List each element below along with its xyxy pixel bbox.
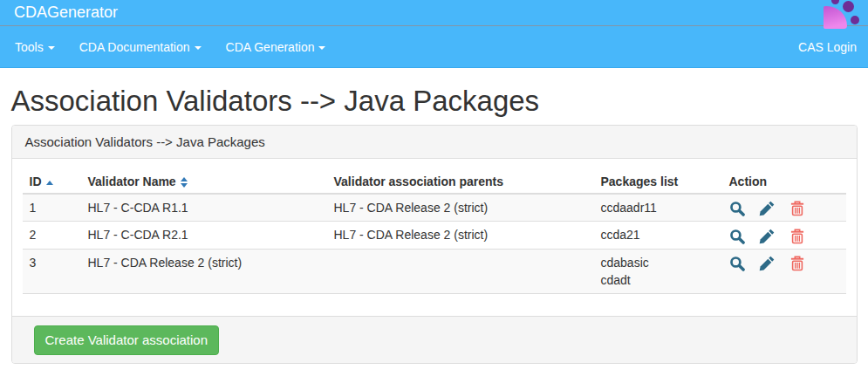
trash-icon xyxy=(789,229,805,244)
pencil-icon xyxy=(759,229,775,244)
nav-item-tools[interactable]: Tools xyxy=(3,26,67,68)
cell-association-parents: HL7 - CDA Release 2 (strict) xyxy=(327,194,594,222)
column-header-action: Action xyxy=(722,170,846,194)
column-label: Validator association parents xyxy=(334,174,504,188)
package-name: cdadt xyxy=(601,271,715,289)
nav-menu: Tools CDA Documentation CDA Generation xyxy=(0,26,868,68)
app-logo xyxy=(824,0,863,26)
pencil-icon xyxy=(759,201,775,216)
nav-item-cda-generation[interactable]: CDA Generation xyxy=(214,26,338,68)
chevron-down-icon xyxy=(195,46,202,50)
cell-association-parents: HL7 - CDA Release 2 (strict) xyxy=(327,222,594,249)
nav-item-cda-documentation[interactable]: CDA Documentation xyxy=(67,26,214,68)
cell-actions xyxy=(722,194,846,222)
panel-footer: Create Validator association xyxy=(12,316,857,363)
package-name: cdabasic xyxy=(601,254,715,271)
package-name: ccda21 xyxy=(601,226,715,243)
column-header-packages-list[interactable]: Packages list xyxy=(594,170,722,194)
table-header-row: ID Validator Name Validator association … xyxy=(23,170,846,194)
cell-validator-name: HL7 - C-CDA R1.1 xyxy=(81,194,327,222)
cell-packages-list: ccda21 xyxy=(594,222,722,249)
delete-action-button[interactable] xyxy=(789,256,805,271)
view-action-button[interactable] xyxy=(729,201,745,216)
cell-association-parents xyxy=(327,249,594,293)
top-navbar: CDAGenerator xyxy=(0,0,868,26)
package-name: ccdaadr11 xyxy=(601,199,715,216)
chevron-down-icon xyxy=(318,46,325,50)
table-header: ID Validator Name Validator association … xyxy=(23,170,846,194)
search-icon xyxy=(729,229,745,244)
search-icon xyxy=(729,201,745,216)
cas-login-link[interactable]: CAS Login xyxy=(787,26,868,68)
delete-action-button[interactable] xyxy=(789,229,805,244)
page-title: Association Validators --> Java Packages xyxy=(11,86,858,117)
chevron-down-icon xyxy=(48,46,55,50)
cell-packages-list: ccdaadr11 xyxy=(594,194,722,222)
cell-id: 1 xyxy=(23,194,81,222)
column-header-id[interactable]: ID xyxy=(23,170,81,194)
column-header-validator-name[interactable]: Validator Name xyxy=(81,170,327,194)
main-content: Association Validators --> Java Packages… xyxy=(11,86,858,364)
panel-heading: Association Validators --> Java Packages xyxy=(12,126,857,159)
nav-item-label: CDA Documentation xyxy=(79,40,190,54)
trash-icon xyxy=(789,201,805,216)
edit-action-button[interactable] xyxy=(759,229,775,244)
cell-actions xyxy=(722,222,846,249)
sort-asc-icon xyxy=(46,181,53,185)
nav-item-label: Tools xyxy=(15,40,44,54)
delete-action-button[interactable] xyxy=(789,201,805,216)
table-row: 1 HL7 - C-CDA R1.1 HL7 - CDA Release 2 (… xyxy=(23,194,846,222)
app-brand[interactable]: CDAGenerator xyxy=(0,0,118,25)
table-row: 2 HL7 - C-CDA R2.1 HL7 - CDA Release 2 (… xyxy=(23,222,846,249)
sort-both-icon xyxy=(181,177,188,188)
column-label: Validator Name xyxy=(88,174,176,188)
cell-validator-name: HL7 - CDA Release 2 (strict) xyxy=(81,249,327,293)
cell-actions xyxy=(722,249,846,293)
search-icon xyxy=(729,256,745,271)
cell-validator-name: HL7 - C-CDA R2.1 xyxy=(81,222,327,249)
trash-icon xyxy=(789,256,805,271)
edit-action-button[interactable] xyxy=(759,256,775,271)
column-header-association-parents[interactable]: Validator association parents xyxy=(327,170,594,194)
validators-table: ID Validator Name Validator association … xyxy=(23,170,846,294)
create-validator-association-button[interactable]: Create Validator association xyxy=(34,325,220,355)
column-label: ID xyxy=(30,174,42,188)
view-action-button[interactable] xyxy=(729,256,745,271)
logo-dot xyxy=(831,0,839,4)
column-label: Action xyxy=(729,174,768,188)
panel-body: ID Validator Name Validator association … xyxy=(12,159,857,294)
table-row: 3 HL7 - CDA Release 2 (strict) cdabasicc… xyxy=(23,249,846,293)
logo-dot xyxy=(851,16,859,24)
logo-dot xyxy=(843,1,854,12)
edit-action-button[interactable] xyxy=(759,201,775,216)
validators-table-body: 1 HL7 - C-CDA R1.1 HL7 - CDA Release 2 (… xyxy=(23,194,846,293)
validators-panel: Association Validators --> Java Packages… xyxy=(11,125,858,364)
nav-item-label: CDA Generation xyxy=(226,40,315,54)
menu-navbar: Tools CDA Documentation CDA Generation C… xyxy=(0,26,868,68)
cell-id: 3 xyxy=(23,249,81,293)
column-label: Packages list xyxy=(601,174,679,188)
cell-id: 2 xyxy=(23,222,81,249)
cell-packages-list: cdabasiccdadt xyxy=(594,249,722,293)
view-action-button[interactable] xyxy=(729,229,745,244)
pencil-icon xyxy=(759,256,775,271)
